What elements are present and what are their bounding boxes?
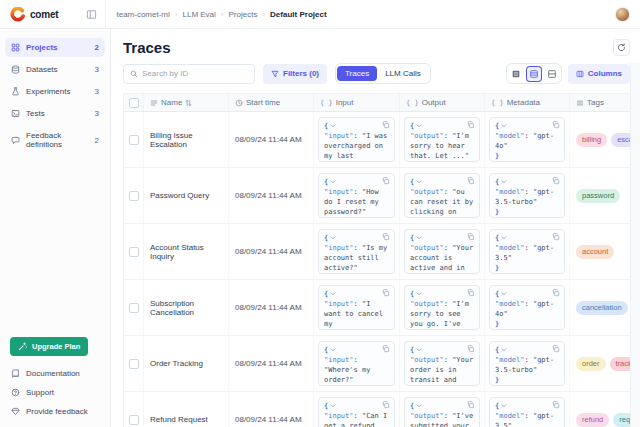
user-avatar[interactable] [615,7,630,22]
tag-refund[interactable]: refund [576,413,609,427]
tag-esca[interactable]: esca [611,133,631,147]
sidebar-item-projects[interactable]: Projects 2 [5,38,105,57]
copy-icon[interactable] [552,177,560,185]
chevron-down-icon[interactable] [501,123,507,129]
json-preview-input[interactable]: { "input": "Where's my order?" } [318,341,395,386]
chevron-down-icon[interactable] [501,179,507,185]
trace-name[interactable]: Order Tracking [144,336,229,391]
copy-icon[interactable] [467,177,475,185]
json-preview-metadata[interactable]: { "model": "gpt-3.5" } [489,229,565,274]
chevron-down-icon[interactable] [416,123,422,129]
row-checkbox[interactable] [129,303,139,313]
breadcrumb-app[interactable]: LLM Eval [182,10,215,19]
search-box[interactable] [123,64,255,84]
tag-account[interactable]: account [576,245,614,259]
tag-billing[interactable]: billing [576,133,607,147]
trace-name[interactable]: Password Query [144,168,229,223]
json-preview-output[interactable]: { "output": "ou can reset it by clicking… [404,173,480,218]
copy-icon[interactable] [467,401,475,409]
chevron-down-icon[interactable] [416,235,422,241]
copy-icon[interactable] [552,121,560,129]
copy-icon[interactable] [467,345,475,353]
sort-icon[interactable] [185,99,192,107]
trace-name[interactable]: Refund Request [144,392,229,427]
copy-icon[interactable] [467,233,475,241]
json-preview-input[interactable]: { "input": "I was overcharged on my last… [318,117,395,162]
copy-icon[interactable] [382,121,390,129]
json-preview-output[interactable]: { "output": "I'm sorry to see you go. I'… [404,285,480,330]
select-all-checkbox[interactable] [129,98,139,108]
column-header-metadata[interactable]: { } Metadata [485,94,570,111]
json-preview-input[interactable]: { "input": "I want to cancel my subscrip… [318,285,395,330]
copy-icon[interactable] [382,177,390,185]
refresh-button[interactable] [613,39,630,56]
json-preview-metadata[interactable]: { "model": "gpt-3.5-turbo" } [489,341,565,386]
sidebar-item-tests[interactable]: Tests 3 [5,104,105,123]
chevron-down-icon[interactable] [416,179,422,185]
comet-logo[interactable]: comet [10,7,58,22]
tag-track[interactable]: track [610,357,631,371]
copy-icon[interactable] [382,401,390,409]
chevron-down-icon[interactable] [330,403,336,409]
json-preview-output[interactable]: { "output": "I'm sorry to hear that. Let… [404,117,480,162]
copy-icon[interactable] [552,233,560,241]
row-checkbox[interactable] [129,191,139,201]
chevron-down-icon[interactable] [501,235,507,241]
trace-name[interactable]: Account Status Inquiry [144,224,229,279]
json-preview-input[interactable]: { "input": "How do I reset my password?"… [318,173,395,218]
tag-requ[interactable]: requ [613,413,631,427]
copy-icon[interactable] [552,401,560,409]
json-preview-output[interactable]: { "output": "I've submitted your refund … [404,397,480,427]
density-comfortable-icon[interactable] [544,66,560,82]
chevron-down-icon[interactable] [416,291,422,297]
row-checkbox[interactable] [129,247,139,257]
copy-icon[interactable] [552,289,560,297]
trace-name[interactable]: Subscription Cancellation [144,280,229,335]
copy-icon[interactable] [467,289,475,297]
sidebar-item-feedback-definitions[interactable]: Feedback definitions 2 [5,126,105,154]
column-header-name[interactable]: Name [144,94,229,111]
json-preview-output[interactable]: { "output": "Your order is in transit an… [404,341,480,386]
json-preview-metadata[interactable]: { "model": "gpt-3.5" } [489,397,565,427]
copy-icon[interactable] [382,289,390,297]
chevron-down-icon[interactable] [330,291,336,297]
json-preview-metadata[interactable]: { "model": "gpt-4o" } [489,117,565,162]
density-default-icon[interactable] [526,66,542,82]
tab-traces[interactable]: Traces [337,66,377,81]
search-input[interactable] [142,69,248,78]
sidebar-collapse-icon[interactable] [86,9,97,20]
copy-icon[interactable] [552,345,560,353]
json-preview-input[interactable]: { "input": "Is my account still active?"… [318,229,395,274]
sidebar-item-experiments[interactable]: Experiments 3 [5,82,105,101]
chevron-down-icon[interactable] [416,403,422,409]
tab-llm-calls[interactable]: LLM Calls [377,66,429,81]
json-preview-metadata[interactable]: { "model": "gpt-4o" } [489,285,565,330]
columns-button[interactable]: Columns [568,64,630,84]
breadcrumb-workspace[interactable]: team-comet-ml [116,10,169,19]
breadcrumb-projects[interactable]: Projects [229,10,258,19]
row-checkbox[interactable] [129,359,139,369]
filters-button[interactable]: Filters (0) [263,64,327,84]
tag-order[interactable]: order [576,357,606,371]
column-header-output[interactable]: { } Output [400,94,485,111]
chevron-down-icon[interactable] [330,235,336,241]
upgrade-plan-button[interactable]: Upgrade Plan [10,337,88,356]
json-preview-output[interactable]: { "output": "Your account is active and … [404,229,480,274]
sidebar-item-support[interactable]: Support [5,383,105,402]
json-preview-metadata[interactable]: { "model": "gpt-3.5-turbo" } [489,173,565,218]
chevron-down-icon[interactable] [501,347,507,353]
column-header-input[interactable]: { } Input [314,94,400,111]
copy-icon[interactable] [382,233,390,241]
density-compact-icon[interactable] [508,66,524,82]
sidebar-item-datasets[interactable]: Datasets 3 [5,60,105,79]
row-checkbox[interactable] [129,135,139,145]
tag-cancellation[interactable]: cancellation [576,301,628,315]
copy-icon[interactable] [467,121,475,129]
sidebar-item-provide-feedback[interactable]: Provide feedback [5,402,105,421]
row-checkbox[interactable] [129,415,139,425]
chevron-down-icon[interactable] [330,179,336,185]
copy-icon[interactable] [382,345,390,353]
trace-name[interactable]: Billing Issue Escalation [144,112,229,167]
chevron-down-icon[interactable] [330,347,336,353]
chevron-down-icon[interactable] [501,403,507,409]
